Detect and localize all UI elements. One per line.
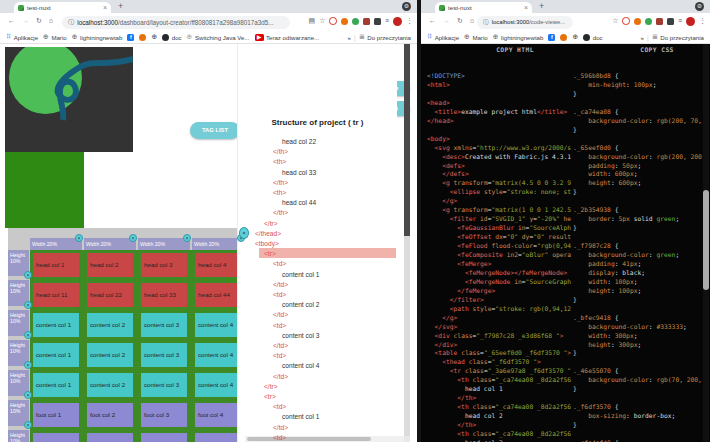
bookmark-item[interactable]: ⊕: [572, 33, 578, 41]
remove-column-button[interactable]: ×: [75, 234, 83, 242]
tree-tag-node[interactable]: </thead>: [255, 229, 281, 239]
menu-lines-icon[interactable]: ≡: [678, 17, 682, 25]
puzzle-icon[interactable]: [667, 18, 674, 25]
width-header-cell[interactable]: Width 20%: [84, 238, 136, 250]
copy-html-button[interactable]: COPY HTML: [496, 46, 534, 53]
remove-row-button[interactable]: ×: [24, 391, 32, 399]
tree-text-node[interactable]: head col 22: [282, 137, 316, 147]
content-cell[interactable]: content col 2: [87, 373, 133, 397]
bookmark-item[interactable]: [560, 34, 567, 41]
tab-close-icon[interactable]: ×: [524, 4, 528, 11]
content-cell[interactable]: content col 3: [141, 373, 187, 397]
tree-tag-node[interactable]: <td>: [273, 259, 286, 269]
tree-tag-node[interactable]: </td>: [273, 423, 288, 433]
head-cell[interactable]: head col 1: [33, 253, 79, 277]
content-cell[interactable]: content col 2: [87, 343, 133, 367]
tree-tag-node[interactable]: </td>: [273, 310, 288, 320]
height-header-cell[interactable]: Height10%: [8, 430, 29, 442]
tree-tag-node[interactable]: </td>: [273, 372, 288, 382]
ext-orange-icon[interactable]: [341, 18, 348, 25]
content-cell[interactable]: content col 1: [33, 373, 79, 397]
ext-shield-icon[interactable]: [352, 18, 359, 25]
bookmark-item[interactable]: ⊕Switching Java Ve...: [187, 33, 250, 41]
foot-cell[interactable]: [195, 433, 241, 442]
new-tab-button[interactable]: +: [539, 1, 544, 11]
scrollbar-thumb[interactable]: [247, 437, 371, 441]
horizontal-scrollbar[interactable]: [245, 436, 404, 442]
avatar-icon[interactable]: [393, 17, 402, 26]
scrollbar-thumb[interactable]: [404, 44, 410, 236]
back-icon[interactable]: ←: [8, 17, 15, 25]
foot-cell[interactable]: foot col 3: [141, 403, 187, 427]
remove-node-button[interactable]: ×: [239, 227, 249, 239]
forward-icon[interactable]: →: [443, 17, 450, 25]
vertical-scrollbar[interactable]: [703, 44, 709, 442]
tree-text-node[interactable]: content col 1: [282, 270, 319, 280]
tab-test-nuxt[interactable]: test-nuxt ×: [14, 2, 111, 13]
tree-tag-node[interactable]: <td>: [273, 290, 286, 300]
head-cell[interactable]: head col 11: [33, 283, 79, 307]
bookmark-item[interactable]: ⊕Mario: [43, 33, 67, 41]
ext-red-square-icon[interactable]: [656, 18, 663, 25]
width-header-cell[interactable]: Width 20%: [138, 238, 190, 250]
head-cell[interactable]: head col 22: [87, 283, 133, 307]
menu-dots-icon[interactable]: ⋮: [699, 17, 706, 25]
tree-text-node[interactable]: head col 33: [282, 168, 316, 178]
back-icon[interactable]: ←: [429, 17, 436, 25]
head-cell[interactable]: head col 3: [141, 253, 187, 277]
tree-tag-node[interactable]: <th>: [273, 188, 286, 198]
menu-dots-icon[interactable]: ⋮: [406, 17, 413, 25]
tree-tag-node[interactable]: <tr>: [264, 392, 276, 402]
tree-tag-node[interactable]: <td>: [273, 321, 286, 331]
new-tab-button[interactable]: +: [118, 1, 123, 11]
head-cell[interactable]: head col 2: [87, 253, 133, 277]
content-cell[interactable]: content col 3: [141, 313, 187, 337]
tree-tag-node[interactable]: </tr>: [264, 219, 278, 229]
page-info-icon[interactable]: ⓘ: [483, 18, 489, 27]
refresh-icon[interactable]: ↻: [457, 17, 463, 25]
reading-list-button[interactable]: ≣Do przeczytania: [652, 33, 704, 41]
fabric-canvas-box[interactable]: [5, 47, 133, 152]
remove-row-button[interactable]: ×: [24, 301, 32, 309]
content-cell[interactable]: content col 1: [33, 343, 79, 367]
tree-tag-node[interactable]: <th>: [273, 157, 286, 167]
foot-cell[interactable]: foot col 2: [87, 403, 133, 427]
foot-cell[interactable]: [33, 433, 79, 442]
avatar-icon[interactable]: [686, 17, 695, 26]
address-bar[interactable]: ⓘ localhost:3000/code-viewe...: [477, 16, 573, 29]
bookmark-item[interactable]: f: [548, 34, 555, 41]
blue-path-shape[interactable]: [5, 47, 133, 152]
foot-cell[interactable]: foot col 4: [195, 403, 241, 427]
home-icon[interactable]: ⌂: [470, 17, 474, 25]
address-bar[interactable]: ⓘ localhost:3000/dashboard/layout-creato…: [62, 16, 290, 29]
foot-cell[interactable]: [141, 433, 187, 442]
foot-cell[interactable]: foot col 1: [33, 403, 79, 427]
remove-row-button[interactable]: ×: [24, 421, 32, 429]
star-icon[interactable]: ☆: [612, 17, 618, 25]
tree-tag-node[interactable]: <tbody>: [255, 239, 279, 249]
width-header-cell[interactable]: Width 20%: [30, 238, 82, 250]
tree-tag-node[interactable]: <tr>: [264, 249, 276, 259]
remove-column-button[interactable]: ×: [129, 234, 137, 242]
ext-red-ring-icon[interactable]: [329, 17, 337, 25]
tab-test-nuxt[interactable]: test-nuxt ×: [435, 2, 532, 13]
tree-tag-node[interactable]: </th>: [273, 178, 288, 188]
bookmark-item[interactable]: doc: [583, 34, 602, 41]
settings-icon[interactable]: ⚙: [695, 2, 704, 11]
tree-tag-node[interactable]: </td>: [273, 341, 288, 351]
ext-red-ring-icon[interactable]: [622, 17, 630, 25]
tree-tag-node[interactable]: <td>: [273, 433, 286, 442]
tree-text-node[interactable]: content col 4: [282, 361, 319, 371]
page-info-icon[interactable]: ⓘ: [68, 18, 74, 27]
tree-tag-node[interactable]: </td>: [273, 280, 288, 290]
tree-text-node[interactable]: content col 2: [282, 300, 319, 310]
bookmark-item[interactable]: [139, 34, 146, 41]
remove-row-button[interactable]: ×: [24, 271, 32, 279]
vertical-scrollbar[interactable]: [404, 44, 410, 442]
content-cell[interactable]: content col 3: [141, 343, 187, 367]
puzzle-icon[interactable]: [374, 18, 381, 25]
tree-tag-node[interactable]: </tr>: [264, 382, 278, 392]
bookmark-item[interactable]: ⊕Mario: [464, 33, 488, 41]
content-cell[interactable]: content col 4: [195, 343, 241, 367]
content-cell[interactable]: content col 4: [195, 373, 241, 397]
